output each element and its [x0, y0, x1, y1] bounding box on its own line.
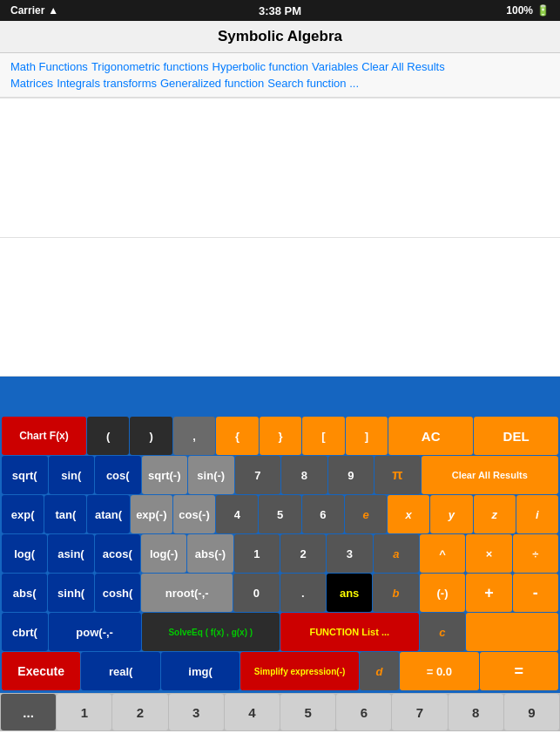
close-paren-button[interactable]: ) [130, 417, 172, 455]
calc-row-3: exp( tan( atan( exp(-) cos(-) 4 5 6 e x … [2, 495, 558, 533]
page-7-button[interactable]: 7 [392, 694, 447, 730]
clear-all-results-button[interactable]: Clear All Results [422, 456, 559, 494]
abs-neg-button[interactable]: abs(-) [187, 534, 233, 573]
comma-button[interactable]: , [173, 417, 215, 455]
open-paren-button[interactable]: ( [87, 417, 129, 455]
page-8-button[interactable]: 8 [449, 694, 503, 730]
pow-button[interactable]: pow(-,- [49, 613, 141, 651]
d-button[interactable]: d [360, 652, 399, 690]
divider-1 [0, 98, 560, 98]
i-button[interactable]: i [516, 495, 558, 533]
cos-button[interactable]: cos( [95, 456, 141, 494]
c-button[interactable]: c [420, 613, 466, 651]
page-4-button[interactable]: 4 [225, 694, 280, 730]
nav-hyperbolic[interactable]: Hyperbolic function [213, 60, 309, 73]
page-1-button[interactable]: 1 [57, 694, 111, 730]
num-3-button[interactable]: 3 [327, 534, 372, 573]
divide-button[interactable]: ÷ [513, 534, 558, 573]
ans-button[interactable]: ans [327, 574, 372, 612]
num-6-button[interactable]: 6 [302, 495, 344, 533]
exp-button[interactable]: exp( [2, 495, 44, 533]
minus-button[interactable]: - [513, 574, 558, 612]
num-5-button[interactable]: 5 [259, 495, 300, 533]
function-list-button[interactable]: FUNCTION List ... [280, 613, 419, 651]
page-5-button[interactable]: 5 [280, 694, 335, 730]
ac-button[interactable]: AC [388, 417, 473, 455]
cbrt-button[interactable]: cbrt( [2, 613, 48, 651]
num-1-button[interactable]: 1 [234, 534, 280, 573]
img-button[interactable]: img( [161, 652, 240, 690]
num-4-button[interactable]: 4 [216, 495, 258, 533]
battery-label: 100% [506, 4, 533, 17]
acos-button[interactable]: acos( [95, 534, 140, 573]
dot-button[interactable]: . [280, 574, 326, 612]
ellipsis-button[interactable]: ... [1, 694, 56, 730]
abs-button[interactable]: abs( [2, 574, 47, 612]
sinh-button[interactable]: sinh( [48, 574, 93, 612]
a-button[interactable]: a [374, 534, 419, 573]
nav-integrals[interactable]: Integrals transforms [57, 77, 157, 90]
exp-neg-button[interactable]: exp(-) [131, 495, 172, 533]
execute-button[interactable]: Execute [2, 652, 80, 690]
calc-row-7: Execute real( img( Simplify expression(-… [2, 652, 558, 690]
num-9-button[interactable]: 9 [328, 456, 374, 494]
sin-neg-button[interactable]: sin(-) [188, 456, 234, 494]
blue-bar [0, 377, 560, 415]
e-button[interactable]: e [345, 495, 387, 533]
solve-eq-button[interactable]: SolveEq ( f(x) , g(x) ) [142, 613, 280, 651]
divider-3 [0, 376, 560, 377]
status-right: 100% 🔋 [506, 4, 550, 17]
nav-math-functions[interactable]: Math Functions [10, 60, 88, 73]
multiply-button[interactable]: × [466, 534, 511, 573]
nav-search[interactable]: Search function ... [267, 77, 359, 90]
calc-row-4: log( asin( acos( log(-) abs(-) 1 2 3 a ^… [2, 534, 558, 573]
x-button[interactable]: x [388, 495, 429, 533]
plus-button[interactable]: + [466, 574, 511, 612]
nroot-button[interactable]: nroot(-,- [141, 574, 233, 612]
asin-button[interactable]: asin( [48, 534, 93, 573]
app-title: Symbolic Algebra [218, 28, 342, 44]
nav-links: Math Functions Trigonometric functions H… [0, 53, 560, 98]
close-brace-button[interactable]: } [260, 417, 301, 455]
empty-orange-button[interactable] [466, 613, 558, 651]
page-2-button[interactable]: 2 [112, 694, 167, 730]
tan-button[interactable]: tan( [44, 495, 86, 533]
b-button[interactable]: b [373, 574, 418, 612]
result-display: = 0.0 [400, 652, 478, 690]
sin-button[interactable]: sin( [49, 456, 95, 494]
neg-paren-button[interactable]: (-) [420, 574, 465, 612]
open-bracket-button[interactable]: [ [302, 417, 344, 455]
close-bracket-button[interactable]: ] [346, 417, 388, 455]
num-0-button[interactable]: 0 [233, 574, 279, 612]
num-2-button[interactable]: 2 [280, 534, 326, 573]
wifi-icon: ▲ [48, 4, 58, 17]
pi-button[interactable]: π [374, 456, 421, 494]
del-button[interactable]: DEL [474, 417, 558, 455]
z-button[interactable]: z [474, 495, 516, 533]
page-3-button[interactable]: 3 [169, 694, 224, 730]
nav-generalized[interactable]: Generalized function [160, 77, 264, 90]
nav-matrices[interactable]: Matrices [10, 77, 53, 90]
simplify-button[interactable]: Simplify expression(-) [240, 652, 359, 690]
atan-button[interactable]: atan( [87, 495, 129, 533]
equals-button[interactable]: = [480, 652, 558, 690]
caret-button[interactable]: ^ [420, 534, 465, 573]
cosh-button[interactable]: cosh( [95, 574, 140, 612]
sqrt-button[interactable]: sqrt( [2, 456, 48, 494]
sqrt-neg-button[interactable]: sqrt(-) [142, 456, 188, 494]
open-brace-button[interactable]: { [216, 417, 258, 455]
page-9-button[interactable]: 9 [504, 694, 559, 730]
cos-neg-button[interactable]: cos(-) [173, 495, 215, 533]
real-button[interactable]: real( [81, 652, 159, 690]
nav-variables[interactable]: Variables [312, 60, 358, 73]
nav-trig-functions[interactable]: Trigonometric functions [91, 60, 209, 73]
page-6-button[interactable]: 6 [336, 694, 391, 730]
num-8-button[interactable]: 8 [281, 456, 327, 494]
chart-fx-button[interactable]: Chart F(x) [2, 417, 86, 455]
log-button[interactable]: log( [2, 534, 47, 573]
y-button[interactable]: y [430, 495, 472, 533]
nav-clear-all[interactable]: Clear All Results [361, 60, 444, 73]
num-7-button[interactable]: 7 [235, 456, 281, 494]
status-time: 3:38 PM [259, 4, 301, 17]
log-neg-button[interactable]: log(-) [141, 534, 186, 573]
